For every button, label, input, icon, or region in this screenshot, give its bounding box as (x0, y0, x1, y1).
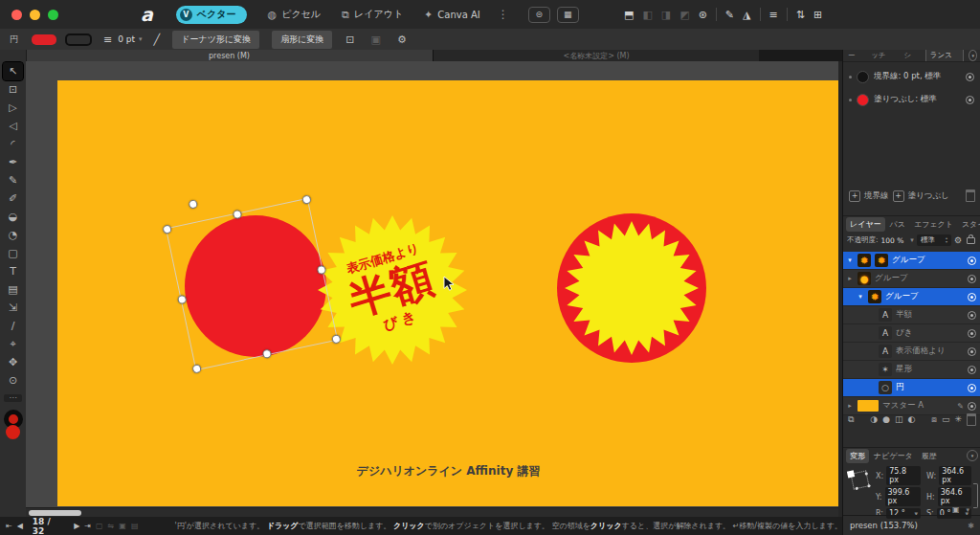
first-page-icon[interactable]: ⇤ (6, 522, 12, 530)
tab-カラー[interactable]: カラー (846, 50, 864, 61)
layer-row[interactable]: ▾✹グループ (843, 288, 980, 306)
ellipse-tool[interactable]: ◔ (3, 226, 23, 244)
color-picker-tool[interactable]: ⌖ (3, 335, 23, 353)
node-tool[interactable]: ▷ (3, 99, 23, 117)
layer-visibility-toggle[interactable] (968, 384, 976, 392)
link-dimensions-icon[interactable] (973, 483, 978, 508)
document-tab-active[interactable]: presen (M) (26, 50, 433, 61)
tab-ブラシ[interactable]: ブラシ (902, 50, 921, 61)
layer-chevron-icon[interactable]: ▾ (846, 256, 854, 264)
anchor-dropdown-icon[interactable]: ▾ (966, 506, 969, 514)
flip-horizontal-icon[interactable]: ◮ (743, 9, 750, 21)
alignment-icon[interactable]: ≡ (769, 9, 778, 21)
fill-visibility-icon[interactable] (966, 96, 974, 104)
arrange-order-icon[interactable]: ⇅ (796, 9, 805, 21)
layer-row[interactable]: ▾✹✹グループ (843, 252, 980, 270)
convert-to-donut-button[interactable]: ドーナツ形に変換 (172, 31, 259, 49)
shape-tool[interactable]: ▢ (3, 244, 23, 262)
view-split-icon[interactable]: ▣ (119, 522, 126, 530)
layer-row[interactable]: ✶星形 (843, 361, 980, 379)
document-tab-inactive[interactable]: <名称未設定> (M) (433, 50, 759, 61)
transform-mode-icon[interactable]: ▣ (370, 33, 380, 46)
studio-grid-icon[interactable]: ▦ (557, 7, 579, 23)
fill-tool[interactable]: ◒ (3, 208, 23, 226)
persona-layout[interactable]: ⧉ レイアウト (342, 8, 403, 21)
picture-frame-tool[interactable]: ▤ (3, 280, 23, 299)
field-value[interactable]: 364.6 px (939, 466, 971, 485)
layer-chevron-icon[interactable]: ▾ (857, 293, 864, 301)
stroke-width-dropdown-icon[interactable]: ▾ (139, 35, 143, 43)
layer-visibility-toggle[interactable] (968, 311, 976, 320)
boolean-subtract-icon[interactable]: ◧ (642, 9, 652, 21)
more-personas-icon[interactable]: ⋮ (498, 8, 509, 21)
edit-all-layers-icon[interactable]: ⧉ (848, 414, 854, 425)
frame-text-tool[interactable]: T (3, 262, 23, 280)
layer-visibility-toggle[interactable] (968, 402, 976, 411)
anchor-point-icon[interactable]: ▣ (952, 505, 960, 514)
vector-brush-tool[interactable]: ✐ (3, 189, 23, 208)
tab-スウォッチ[interactable]: スウォッチ (869, 50, 897, 61)
badge-inner-starburst[interactable] (565, 221, 699, 355)
layer-row[interactable]: A表示価格より (843, 343, 980, 361)
selection-bounding-box[interactable] (166, 198, 338, 370)
persona-vector[interactable]: V ベクター (176, 6, 247, 24)
convert-to-pie-button[interactable]: 扇形に変換 (272, 31, 332, 49)
artboard-caption-text[interactable]: デジハリオンライン Affinity 講習 (57, 463, 838, 479)
boolean-intersect-icon[interactable]: ◨ (661, 9, 671, 21)
style-paint-icon[interactable]: ✎ (725, 9, 734, 21)
blend-mode-select[interactable]: 標準 ▴▾ (917, 234, 951, 246)
point-transform-tool[interactable]: ⇲ (3, 299, 23, 317)
prev-page-icon[interactable]: ◀ (17, 522, 23, 530)
stroke-color-swatch[interactable] (65, 33, 92, 46)
add-fill-icon[interactable]: + (893, 190, 904, 202)
tab-スタイル[interactable]: スタイル (958, 217, 980, 232)
tab-ナビゲータ[interactable]: ナビゲータ (870, 449, 917, 463)
panel-chevron-icon[interactable]: ▾ (969, 50, 977, 61)
layer-visibility-toggle[interactable] (968, 366, 976, 374)
layer-settings-gear-icon[interactable]: ⚙ (954, 235, 962, 245)
vector-crop-icon[interactable]: ◐ (908, 414, 916, 424)
fill-swatch-icon[interactable] (857, 94, 869, 106)
lock-icon[interactable] (967, 237, 975, 244)
mask-layer-icon[interactable]: ◫ (895, 414, 903, 424)
tab-パス[interactable]: パス (886, 217, 909, 232)
stroke-swatch-icon[interactable] (857, 71, 869, 83)
add-stroke-icon[interactable]: + (849, 190, 860, 202)
more-tools-icon[interactable]: ⋯ (4, 394, 22, 402)
layer-effects-icon[interactable]: ● (882, 414, 890, 424)
tab-エフェクト[interactable]: エフェクト (910, 217, 957, 232)
artboard-tool[interactable]: ⊡ (3, 80, 23, 99)
style-picker-tool[interactable]: ∕ (3, 317, 23, 335)
settings-gear-icon[interactable]: ⚙ (397, 33, 407, 46)
tab-アピアランス[interactable]: アピアランス (925, 50, 965, 61)
boolean-combine-icon[interactable]: ⊛ (699, 9, 707, 21)
boolean-add-icon[interactable]: ⬒ (624, 9, 634, 21)
persona-pixel[interactable]: ◍ ピクセル (268, 8, 322, 21)
horizontal-scrollbar-thumb[interactable] (29, 510, 81, 516)
field-value[interactable]: 75.8 px (886, 466, 921, 485)
new-group-icon[interactable]: ▭ (942, 414, 950, 424)
current-color-swatch[interactable] (6, 425, 20, 439)
opacity-dropdown-icon[interactable]: ▾ (910, 236, 914, 244)
pencil-tool[interactable]: ✎ (3, 171, 23, 189)
last-page-icon[interactable]: ⇥ (84, 522, 91, 530)
layer-row[interactable]: A半額 (843, 306, 980, 324)
layer-row[interactable]: ▸●グループ (843, 270, 980, 288)
stroke-appearance-row[interactable]: 境界線: 0 pt, 標準 (843, 68, 980, 85)
canvas-viewport[interactable]: 表示価格より 半額 びき デジハリオンライン Affinity 講習 (26, 61, 838, 507)
contour-tool[interactable]: ◁ (3, 117, 23, 135)
layer-chevron-icon[interactable]: ▸ (846, 275, 854, 282)
blend-stepper-icon[interactable]: ▴▾ (946, 236, 947, 244)
panel-chevron-icon[interactable]: ▾ (967, 450, 978, 461)
minimize-window-icon[interactable] (30, 10, 40, 20)
view-single-icon[interactable]: ▢ (96, 522, 103, 530)
field-value[interactable]: 399.6 px (885, 487, 921, 506)
tab-変形[interactable]: 変形 (846, 449, 869, 463)
fill-color-swatch[interactable] (32, 34, 56, 45)
view-tool[interactable]: ✥ (3, 353, 23, 371)
move-inside-icon[interactable]: ⧈ (931, 414, 937, 425)
tab-レイヤー[interactable]: レイヤー (846, 217, 885, 232)
stroke-width-value[interactable]: 0 pt (118, 34, 135, 44)
blend-options-icon[interactable]: ✳ (954, 414, 962, 424)
corner-tool[interactable]: ◜ (3, 135, 23, 153)
